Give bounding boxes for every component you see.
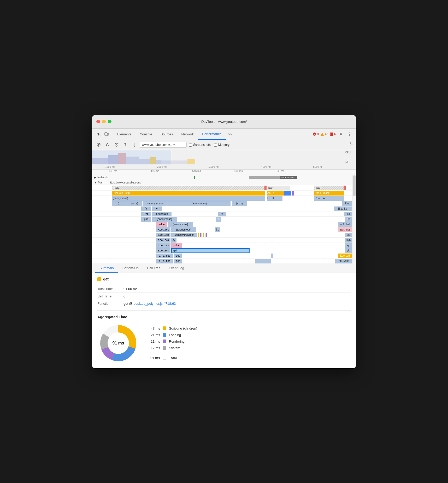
ffvent-bar[interactable]: f.fi...vent bbox=[335, 259, 352, 263]
val-pink-bar[interactable]: value bbox=[171, 243, 182, 248]
yib-bar[interactable]: yib bbox=[345, 248, 352, 253]
v-bar-right[interactable]: V bbox=[218, 212, 226, 216]
phb-row[interactable]: Phb a.decorate V xla bbox=[92, 211, 356, 217]
phb-lower-row[interactable]: phb (anonymous) S Bla bbox=[92, 217, 356, 222]
scrollbar[interactable] bbox=[352, 175, 356, 264]
minimize-button[interactable] bbox=[102, 120, 106, 123]
acoack-val-bar[interactable]: a.co...ack bbox=[156, 243, 170, 248]
acoack-val-row[interactable]: a.co...ack value kjb bbox=[92, 243, 356, 248]
mjb-bar[interactable]: mjb bbox=[345, 238, 352, 243]
v-bar-2[interactable]: v bbox=[152, 206, 162, 211]
url-selector[interactable]: www.youtube.com #1 ▼ bbox=[140, 142, 187, 148]
get-ae-bar[interactable]: get bbox=[174, 254, 182, 258]
tab-network[interactable]: Network bbox=[177, 128, 198, 140]
acoack-cy-row[interactable]: a.co...ack cy mjb bbox=[92, 238, 356, 243]
bla-bar[interactable]: Bla bbox=[345, 217, 352, 222]
anon-xco-bar[interactable]: (anonymous) bbox=[171, 227, 196, 232]
anus-bar[interactable]: (an...us) bbox=[338, 227, 352, 232]
task-bar-1[interactable]: Task bbox=[112, 186, 265, 190]
v-row[interactable]: V v $i.e...ks_ bbox=[92, 206, 356, 211]
eveed-bar[interactable]: Eve...ed bbox=[338, 254, 352, 258]
qjb-bar[interactable]: qjb bbox=[345, 233, 352, 237]
xcoack-bar[interactable]: x.co...ack bbox=[156, 227, 170, 232]
value-bar-1[interactable]: value bbox=[156, 222, 167, 227]
settings-icon[interactable] bbox=[338, 131, 344, 137]
eval-script-bar-2[interactable]: An...d bbox=[267, 191, 284, 196]
col-item-5[interactable]: (a...s) bbox=[232, 201, 247, 206]
tab-bottom-up[interactable]: Bottom-Up bbox=[118, 264, 143, 273]
tab-sources[interactable]: Sources bbox=[156, 128, 177, 140]
perf-settings-icon[interactable] bbox=[349, 142, 353, 147]
eval-script-bar-5[interactable]: Fire l...llback bbox=[314, 191, 344, 196]
dcoack-row[interactable]: d.co...ack window.Polymer qjb bbox=[92, 232, 356, 238]
evaluate-script-row[interactable]: Evaluate Script An...d Fire l...llback bbox=[92, 191, 356, 196]
ejled-bar[interactable]: e.J...led bbox=[338, 222, 352, 227]
error-badge[interactable]: ✕ 8 bbox=[313, 132, 319, 136]
phb-lower-bar[interactable]: phb bbox=[141, 217, 151, 222]
ecoack-get-row[interactable]: e.co...ack get yib bbox=[92, 248, 356, 253]
function-link[interactable]: desktop_polymer.js:4718:63 bbox=[134, 302, 176, 306]
get-bar-selected[interactable]: get bbox=[171, 248, 250, 253]
ks-bar[interactable]: $i.e...ks_ bbox=[334, 206, 352, 211]
decorate-bar[interactable]: a.decorate bbox=[152, 212, 172, 216]
tab-call-tree[interactable]: Call Tree bbox=[143, 264, 165, 273]
close-button[interactable] bbox=[96, 120, 100, 123]
more-tabs-button[interactable]: >> bbox=[226, 132, 234, 136]
device-toggle-icon[interactable] bbox=[103, 131, 110, 137]
tab-event-log[interactable]: Event Log bbox=[165, 264, 188, 273]
warning-badge[interactable]: ! 45 bbox=[320, 132, 328, 136]
ae-bar[interactable]: a._e...ties bbox=[156, 254, 173, 258]
timeline-selection[interactable] bbox=[92, 150, 171, 164]
eval-script-bar-3[interactable] bbox=[284, 191, 291, 196]
anon-bar-1[interactable]: (anonymous) bbox=[112, 196, 265, 201]
anon-val-bar[interactable]: (anonymous) bbox=[168, 222, 193, 227]
clear-button[interactable] bbox=[113, 141, 120, 148]
j-bar[interactable]: j... bbox=[215, 227, 220, 232]
tab-performance[interactable]: Performance bbox=[198, 128, 226, 140]
anon-lower-bar[interactable]: (anonymous) bbox=[152, 217, 177, 222]
reload-record-button[interactable] bbox=[104, 141, 111, 148]
inspect-icon[interactable] bbox=[95, 131, 102, 137]
memory-checkbox[interactable]: Memory bbox=[214, 143, 229, 147]
xla-bar[interactable]: xla bbox=[344, 212, 352, 216]
be-bar[interactable]: b._e...ties bbox=[156, 259, 173, 263]
scrollbar-thumb[interactable] bbox=[353, 175, 356, 196]
col-item-1[interactable]: (... bbox=[112, 201, 127, 206]
main-track-row[interactable]: ▼ Main — https://www.youtube.com/ bbox=[92, 180, 356, 185]
upload-button[interactable] bbox=[122, 141, 129, 148]
multi-col-row-1[interactable]: (... (a...s) (anonymous) (anonymous) (a.… bbox=[92, 201, 356, 206]
right-item-rka[interactable]: Rka bbox=[342, 201, 352, 206]
task-bar-2[interactable]: Task bbox=[267, 186, 290, 190]
ecoack-bar[interactable]: e.co...ack bbox=[156, 248, 170, 253]
phb-bar[interactable]: Phb bbox=[141, 212, 151, 216]
timeline-overview[interactable]: 1996 ms 2996 ms 3996 ms 4996 ms 5996 m C… bbox=[92, 150, 356, 170]
anon-bar-3[interactable]: Run ...sks bbox=[314, 196, 344, 201]
info-badge[interactable]: 🚩 6 bbox=[330, 132, 336, 136]
anon-bar-2[interactable]: Fu...ll bbox=[267, 196, 282, 201]
acoack-cy-bar[interactable]: a.co...ack bbox=[156, 238, 170, 243]
dcoack-bar[interactable]: d.co...ack bbox=[156, 233, 170, 237]
task-row[interactable]: Task Task Task bbox=[92, 185, 356, 191]
kjb-bar[interactable]: kjb bbox=[345, 243, 352, 248]
s-bar[interactable]: S bbox=[216, 217, 221, 222]
network-track-row[interactable]: ▶ Network success.m... bbox=[92, 175, 356, 180]
get-be-bar[interactable]: get bbox=[174, 259, 182, 263]
polymer-bar[interactable]: window.Polymer bbox=[171, 233, 197, 237]
value-row[interactable]: value (anonymous) e.J...led bbox=[92, 222, 356, 227]
be-get-row[interactable]: b._e...ties get f.fi...vent bbox=[92, 258, 356, 264]
tab-elements[interactable]: Elements bbox=[113, 128, 135, 140]
col-item-3[interactable]: (anonymous) bbox=[143, 201, 168, 206]
xcoack-row[interactable]: x.co...ack (anonymous) j... (an...us) bbox=[92, 227, 356, 232]
ae-get-row[interactable]: a._e...ties get Eve...ed bbox=[92, 253, 356, 258]
record-button[interactable] bbox=[95, 141, 102, 148]
maximize-button[interactable] bbox=[108, 120, 111, 123]
col-item-4[interactable]: (anonymous) bbox=[168, 201, 231, 206]
v-bar[interactable]: V bbox=[141, 206, 151, 211]
cy-bar[interactable]: cy bbox=[171, 238, 176, 243]
expand-main-icon[interactable]: ▼ bbox=[94, 181, 97, 184]
tab-console[interactable]: Console bbox=[135, 128, 156, 140]
task-bar-3[interactable]: Task bbox=[314, 186, 344, 190]
eval-script-bar-1[interactable]: Evaluate Script bbox=[112, 191, 265, 196]
screenshots-checkbox[interactable]: Screenshots bbox=[189, 143, 211, 147]
more-options-icon[interactable]: ⋮ bbox=[346, 131, 353, 137]
